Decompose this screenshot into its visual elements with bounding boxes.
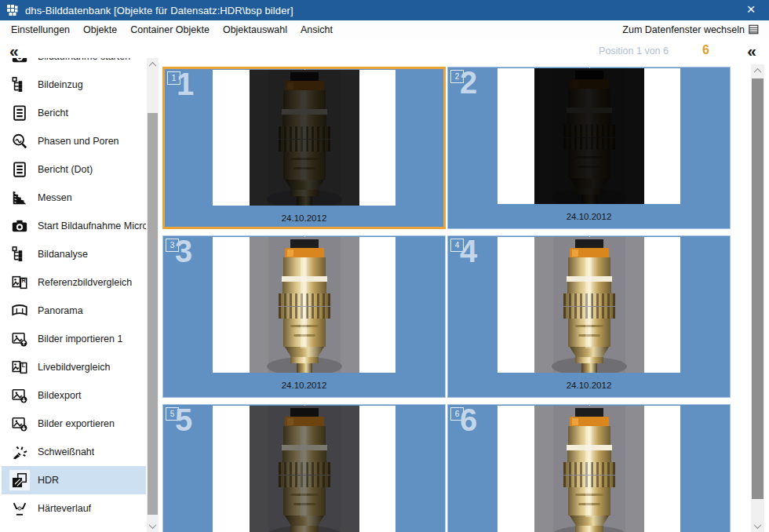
tile-thumbnail[interactable] [213, 70, 395, 206]
tile-thumbnail[interactable] [497, 406, 680, 532]
tile-index-small: 5 [170, 410, 175, 418]
menu-bar: EinstellungenObjekteContainer ObjekteObj… [0, 20, 769, 38]
tile-number: 3 [175, 234, 192, 268]
sidebar-item-hdr[interactable]: HDR [2, 466, 146, 494]
sidebar-scroll-thumb[interactable] [148, 113, 158, 515]
sidebar-item-panorama[interactable]: Panorama [2, 297, 146, 325]
tile-index-small: 4 [455, 241, 460, 250]
menu-item-ansicht[interactable]: Ansicht [295, 23, 338, 37]
collapse-right-button[interactable]: « [747, 41, 756, 61]
sidebar-item-bildanalyse[interactable]: Bildanalyse [2, 240, 146, 268]
weld-icon [9, 442, 30, 462]
sidebar-item-bericht-dot-[interactable]: Bericht (Dot) [2, 155, 146, 184]
gallery-tile-4[interactable]: 4 4 [447, 235, 731, 398]
menu-item-einstellungen[interactable]: Einstellungen [5, 23, 75, 37]
sidebar-item-start-bildaufnahme-microca[interactable]: Start Bildaufnahme MicroCa [2, 212, 146, 240]
gallery-area: 1 1 [160, 64, 769, 532]
app-window: dhs-Bilddatenbank [Objekte für Datensatz… [0, 0, 769, 532]
microscope-objective-photo [250, 70, 359, 206]
svg-text:L: L [22, 362, 26, 369]
gallery-scroll-thumb[interactable] [752, 78, 764, 499]
tile-thumbnail[interactable] [497, 237, 680, 373]
gallery-tile-6[interactable]: 6 6 [447, 404, 731, 532]
compare-l-icon: L [9, 357, 30, 377]
gallery-tile-3[interactable]: 3 3 [162, 235, 446, 398]
microscope-objective-photo [250, 237, 359, 373]
sidebar-item-label: Schweißnaht [38, 446, 94, 457]
sidebar-item-label: Livebildvergleich [38, 362, 110, 373]
tile-date: 24.10.2012 [448, 381, 730, 390]
sidebar-item-label: Panorama [38, 305, 83, 316]
close-button[interactable]: × [739, 0, 763, 20]
tile-thumbnail[interactable] [213, 237, 395, 373]
tile-thumbnail[interactable] [497, 68, 680, 204]
tile-number: 1 [177, 67, 194, 101]
scroll-down-icon[interactable] [751, 519, 764, 532]
microscope-objective-photo [534, 237, 644, 373]
datasheet-icon [749, 24, 760, 35]
tree-icon [9, 75, 30, 95]
sidebar-item-label: Bilder exportieren [38, 418, 115, 429]
object-count: 6 [702, 43, 709, 57]
sidebar-item-bildaufnahme-starten[interactable]: Bildaufnahme starten [2, 58, 146, 71]
sidebar-item-livebildvergleich[interactable]: L Livebildvergleich [2, 353, 146, 381]
sidebar-item-label: Bericht (Dot) [38, 164, 93, 175]
menu-item-objekte[interactable]: Objekte [78, 23, 122, 37]
menu-item-objektauswahl[interactable]: Objektauswahl [217, 23, 293, 37]
tile-date: 24.10.2012 [448, 212, 730, 221]
image-import-icon [9, 329, 30, 349]
sidebar-item-label: Bildexport [38, 390, 82, 401]
hardness-icon [9, 498, 30, 519]
sidebar-item-label: Start Bildaufnahme MicroCa [38, 220, 146, 231]
panorama-icon [9, 301, 30, 321]
gallery-tile-5[interactable]: 5 5 [162, 404, 446, 532]
tile-index-small: 3 [170, 241, 175, 250]
scroll-up-icon[interactable] [751, 64, 764, 77]
tile-index-small: 2 [455, 72, 460, 81]
gallery-tile-2[interactable]: 2 2 [447, 67, 731, 229]
sidebar-item-schweißnaht[interactable]: Schweißnaht [2, 438, 146, 466]
scroll-down-icon[interactable] [147, 519, 159, 532]
sidebar-item-bildexport[interactable]: Bildexport [2, 381, 146, 410]
switch-to-datawindow-button[interactable]: Zum Datenfenster wechseln [622, 20, 760, 38]
tile-number: 6 [460, 403, 477, 437]
sidebar-item-bilder-importieren-1[interactable]: Bilder importieren 1 [2, 325, 146, 353]
app-logo-icon [6, 4, 19, 16]
microscope-objective-photo [534, 406, 644, 532]
menu-items: EinstellungenObjekteContainer ObjekteObj… [3, 23, 338, 37]
position-indicator: Position 1 von 6 [599, 46, 669, 56]
tile-number: 2 [460, 65, 477, 100]
camera-icon [9, 216, 30, 236]
sidebar-item-bericht[interactable]: Bericht [2, 99, 146, 127]
document-icon [9, 103, 30, 123]
sidebar: Bildaufnahme starten Bildeinzug Bericht … [0, 58, 160, 532]
microscope-objective-photo [250, 406, 359, 532]
tile-index-small: 1 [172, 74, 177, 82]
hdr-icon [9, 470, 30, 490]
tree-icon [9, 244, 30, 264]
document-icon [9, 159, 30, 180]
sidebar-scrollbar[interactable] [147, 58, 159, 532]
window-title: dhs-Bilddatenbank [Objekte für Datensatz… [25, 5, 293, 16]
sidebar-item-referenzbildvergleich[interactable]: R Referenzbildvergleich [2, 268, 146, 297]
tile-thumbnail[interactable] [213, 406, 395, 532]
sidebar-item-bilder-exportieren[interactable]: Bilder exportieren [2, 410, 146, 438]
sidebar-item-label: HDR [38, 475, 59, 486]
tile-date: 24.10.2012 [165, 213, 443, 223]
microscope-objective-photo [534, 68, 644, 204]
sidebar-item-härteverlauf[interactable]: Härteverlauf [2, 494, 146, 523]
sidebar-item-label: Bildaufnahme starten [38, 58, 130, 62]
sidebar-item-phasen-und-poren[interactable]: Phasen und Poren [2, 127, 146, 155]
gallery-scrollbar[interactable] [751, 64, 764, 532]
magnifier-wave-icon [9, 131, 30, 151]
sidebar-item-label: Bildeinzug [38, 79, 83, 90]
scroll-up-icon[interactable] [147, 58, 159, 71]
image-export-icon [9, 414, 30, 434]
tile-date: 24.10.2012 [163, 381, 445, 390]
sidebar-item-label: Härteverlauf [38, 503, 91, 514]
gallery-tile-1[interactable]: 1 1 [162, 67, 446, 229]
sidebar-item-bildeinzug[interactable]: Bildeinzug [2, 71, 146, 99]
camera-icon [9, 58, 30, 67]
menu-item-container-objekte[interactable]: Container Objekte [125, 23, 215, 37]
sidebar-item-messen[interactable]: Messen [2, 184, 146, 212]
